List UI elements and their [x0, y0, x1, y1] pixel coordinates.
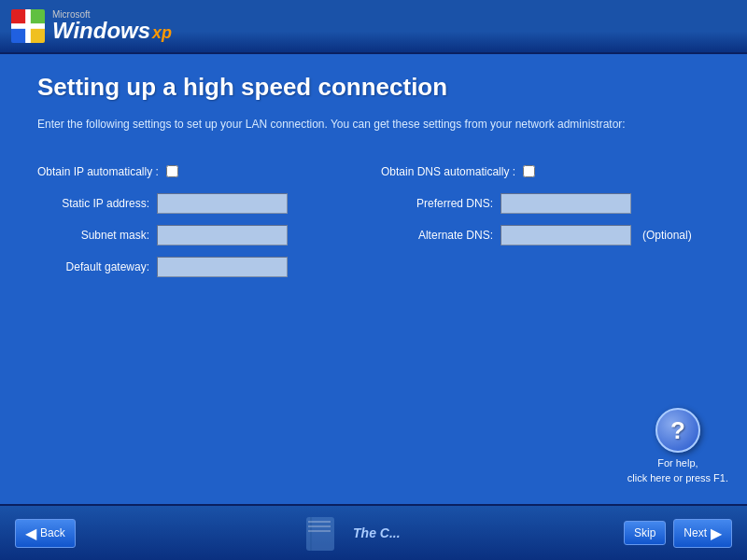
header: Microsoft Windowsxp	[0, 0, 747, 54]
obtain-dns-row: Obtain DNS automatically :	[381, 161, 692, 183]
right-form-column: Obtain DNS automatically : Preferred DNS…	[381, 161, 692, 278]
default-gateway-label: Default gateway:	[37, 260, 149, 273]
help-text: For help, click here or press F1.	[627, 456, 728, 485]
static-ip-row: Static IP address:	[37, 192, 288, 215]
footer-left: ◀ Back	[15, 519, 76, 548]
obtain-dns-checkbox-area	[523, 165, 535, 177]
windows-xp-logo: Microsoft Windowsxp	[11, 9, 172, 43]
alternate-dns-label: Alternate DNS:	[381, 229, 493, 242]
svg-rect-2	[11, 27, 27, 43]
obtain-ip-row: Obtain IP automatically :	[37, 161, 288, 183]
left-form-column: Obtain IP automatically : Static IP addr…	[37, 161, 288, 278]
preferred-dns-input[interactable]	[500, 193, 631, 214]
alternate-dns-input[interactable]	[500, 225, 631, 245]
obtain-dns-checkbox[interactable]	[523, 165, 535, 177]
flag-icon	[11, 9, 45, 43]
svg-rect-1	[29, 9, 45, 25]
subnet-mask-row: Subnet mask:	[37, 224, 288, 246]
next-label: Next	[684, 526, 707, 539]
svg-rect-3	[29, 27, 45, 43]
static-ip-input[interactable]	[157, 193, 288, 214]
svg-rect-10	[308, 530, 331, 532]
back-button[interactable]: ◀ Back	[15, 519, 76, 548]
footer: ◀ Back The C... Skip Next ▶	[0, 504, 747, 560]
default-gateway-input[interactable]	[157, 257, 288, 277]
back-arrow-icon: ◀	[25, 525, 36, 542]
alternate-dns-row: Alternate DNS: (Optional)	[381, 224, 692, 246]
help-line2: click here or press F1.	[627, 472, 728, 483]
next-arrow-icon: ▶	[711, 525, 722, 542]
description-text: Enter the following settings to set up y…	[37, 117, 710, 133]
back-label: Back	[40, 526, 65, 539]
default-gateway-row: Default gateway:	[37, 256, 288, 278]
preferred-dns-label: Preferred DNS:	[381, 197, 493, 210]
page-title: Setting up a high speed connection	[37, 73, 710, 102]
svg-rect-5	[11, 23, 45, 29]
subnet-mask-label: Subnet mask:	[37, 229, 149, 242]
obtain-ip-label: Obtain IP automatically :	[37, 165, 159, 178]
help-line1: For help,	[657, 457, 698, 469]
footer-right: Skip Next ▶	[624, 519, 732, 548]
svg-rect-9	[308, 525, 331, 527]
obtain-dns-label: Obtain DNS automatically :	[381, 165, 515, 178]
svg-rect-0	[11, 9, 27, 25]
form-area: Obtain IP automatically : Static IP addr…	[37, 161, 710, 278]
obtain-ip-checkbox[interactable]	[166, 165, 178, 177]
logo-text: Microsoft Windowsxp	[52, 10, 172, 42]
next-button[interactable]: Next ▶	[673, 519, 732, 548]
help-section[interactable]: ? For help, click here or press F1.	[627, 408, 728, 485]
footer-brand: The C...	[353, 525, 401, 540]
preferred-dns-row: Preferred DNS:	[381, 192, 692, 215]
xp-label: xp	[152, 23, 172, 42]
footer-center: The C...	[299, 510, 401, 556]
svg-rect-8	[308, 521, 331, 523]
skip-label: Skip	[634, 526, 655, 539]
subnet-mask-input[interactable]	[157, 225, 288, 245]
windows-label: Windows	[52, 18, 150, 43]
skip-button[interactable]: Skip	[624, 521, 666, 545]
obtain-ip-checkbox-area	[166, 165, 178, 177]
static-ip-label: Static IP address:	[37, 197, 149, 210]
optional-label: (Optional)	[642, 229, 692, 242]
book-icon	[299, 510, 345, 556]
help-icon: ?	[655, 408, 700, 453]
main-content: Setting up a high speed connection Enter…	[0, 54, 747, 504]
